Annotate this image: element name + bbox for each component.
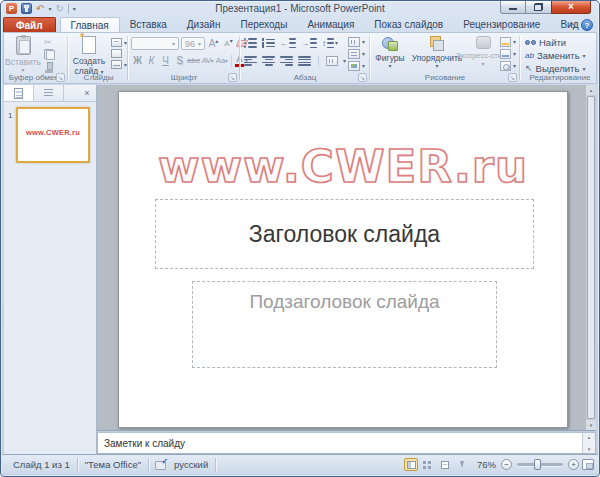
align-text-icon[interactable] (348, 49, 360, 59)
font-dialog-launcher-icon[interactable]: ↘ (228, 73, 237, 82)
bullets-icon[interactable] (244, 38, 257, 48)
language-indicator[interactable]: русский (167, 459, 215, 470)
zoom-slider[interactable] (517, 463, 563, 466)
shape-outline-icon[interactable] (500, 49, 511, 59)
tab-review[interactable]: Рецензирование (453, 17, 550, 32)
slide-indicator[interactable]: Слайд 1 из 1 (6, 459, 77, 470)
italic-button[interactable]: К (145, 54, 158, 67)
format-painter-icon[interactable] (44, 62, 54, 73)
title-bar: P ↶ ▾ ↻ ▾ Презентация1 - Microsoft Power… (1, 1, 599, 16)
shrink-font-button[interactable]: А▾ (222, 37, 235, 50)
tab-slideshow[interactable]: Показ слайдов (364, 17, 453, 32)
increase-indent-icon[interactable]: → (301, 38, 317, 48)
drawing-dialog-launcher-icon[interactable]: ↘ (508, 73, 517, 82)
zoom-out-button[interactable]: − (501, 459, 512, 470)
decrease-indent-icon[interactable]: ← (280, 38, 296, 48)
section-icon[interactable] (111, 60, 122, 69)
clipboard-dialog-launcher-icon[interactable]: ↘ (56, 73, 65, 82)
tab-file[interactable]: Файл (3, 17, 56, 32)
text-direction-icon[interactable] (348, 37, 360, 47)
align-right-icon[interactable] (280, 56, 293, 66)
fit-to-window-icon[interactable] (582, 459, 594, 470)
strikethrough-button[interactable]: abc (187, 54, 200, 67)
tab-slides-thumbnails[interactable] (4, 85, 34, 101)
font-size-combo[interactable]: 96▾ (181, 37, 205, 50)
line-spacing-icon[interactable]: ↕▾ (322, 38, 338, 48)
slide-thumbnail[interactable]: www.CWER.ru (16, 107, 90, 163)
slide-number: 1 (8, 111, 12, 120)
select-icon: ↖ (525, 64, 533, 73)
bold-button[interactable]: Ж (131, 54, 144, 67)
minimize-button[interactable] (500, 1, 526, 14)
quick-styles-button[interactable]: Экспресс-стили ▾ (463, 36, 503, 67)
tab-insert[interactable]: Вставка (120, 17, 177, 32)
change-case-button[interactable]: Aa▾ (215, 54, 228, 67)
convert-smartart-icon[interactable] (348, 61, 360, 71)
justify-icon[interactable] (298, 56, 311, 66)
powerpoint-window: P ↶ ▾ ↻ ▾ Презентация1 - Microsoft Power… (0, 0, 600, 477)
replace-button[interactable]: ab Заменить ▾ (525, 49, 586, 62)
font-name-dropdown-icon: ▾ (172, 41, 175, 47)
tab-home[interactable]: Главная (60, 17, 120, 32)
slides-small-buttons: ▾ ▾ (111, 38, 127, 69)
shape-fill-icon[interactable] (500, 37, 511, 47)
align-left-icon[interactable] (244, 56, 257, 66)
scroll-down-icon[interactable]: ▾ (586, 420, 596, 430)
tab-animations[interactable]: Анимация (297, 17, 364, 32)
slide-canvas[interactable]: www.CWER.ru Заголовок слайда Подзаголово… (118, 91, 568, 428)
notes-scrollbar[interactable]: ▴ ▾ (582, 433, 595, 453)
subtitle-placeholder[interactable]: Подзаголовок слайда (192, 281, 497, 368)
title-placeholder[interactable]: Заголовок слайда (155, 199, 534, 269)
collapse-ribbon-icon[interactable] (569, 23, 576, 30)
cut-icon[interactable]: ✂ (44, 38, 52, 47)
notes-pane[interactable]: Заметки к слайду ▴ ▾ (97, 433, 596, 454)
tab-design[interactable]: Дизайн (177, 17, 231, 32)
panel-tabs: × (4, 85, 96, 102)
zoom-in-button[interactable]: + (568, 459, 579, 470)
align-center-icon[interactable] (262, 56, 275, 66)
view-normal-button[interactable] (404, 458, 418, 471)
close-button[interactable]: × (551, 1, 591, 14)
zoom-level[interactable]: 76% (472, 459, 496, 470)
ribbon-tab-bar: Файл Главная Вставка Дизайн Переходы Ани… (3, 16, 597, 32)
notes-placeholder: Заметки к слайду (104, 438, 185, 449)
tab-transitions[interactable]: Переходы (230, 17, 297, 32)
tab-outline[interactable] (34, 85, 64, 101)
new-slide-button[interactable]: * Создать слайд ▾ (71, 36, 107, 76)
notes-scroll-up-icon[interactable]: ▴ (588, 434, 591, 440)
scrollbar-thumb[interactable] (587, 96, 595, 419)
underline-button[interactable]: Ч (159, 54, 172, 67)
shape-effects-icon[interactable] (500, 61, 511, 71)
shapes-button[interactable]: Фигуры ▾ (372, 36, 408, 69)
paragraph-dialog-launcher-icon[interactable]: ↘ (358, 73, 367, 82)
text-shadow-button[interactable]: S (173, 54, 186, 67)
vertical-scrollbar[interactable]: ▴ ▾ (586, 85, 596, 430)
columns-icon[interactable] (326, 56, 338, 66)
panel-close-icon[interactable]: × (78, 85, 96, 101)
minimize-icon (509, 8, 517, 10)
theme-indicator[interactable]: "Тема Office" (78, 459, 148, 470)
spellcheck-icon[interactable]: ✓ (155, 459, 167, 470)
restore-button[interactable] (526, 1, 551, 14)
notes-scroll-down-icon[interactable]: ▾ (588, 446, 591, 452)
help-icon[interactable]: ? (581, 19, 593, 31)
reset-icon[interactable] (111, 49, 122, 58)
view-reading-button[interactable] (438, 458, 452, 471)
paste-button[interactable]: Вставить ▾ (7, 36, 39, 73)
character-spacing-button[interactable]: AV▾ (201, 54, 214, 67)
view-sorter-button[interactable] (421, 458, 435, 471)
scroll-up-icon[interactable]: ▴ (586, 85, 596, 95)
copy-icon[interactable] (44, 49, 55, 60)
layout-icon[interactable] (111, 38, 122, 47)
find-button[interactable]: Найти (525, 36, 586, 49)
status-bar: Слайд 1 из 1 "Тема Office" ✓ русский 76%… (2, 454, 598, 474)
window-controls: × (500, 1, 591, 14)
paragraph-right-buttons: ▾ ▾ ▾ (348, 37, 365, 71)
group-drawing: Фигуры ▾ Упорядочить ▾ Экспресс-стили ▾ … (370, 33, 520, 83)
columns-dropdown-icon[interactable]: ▾ (343, 58, 346, 64)
numbering-icon[interactable] (262, 38, 275, 48)
grow-font-button[interactable]: А▴ (207, 37, 220, 50)
view-slideshow-button[interactable] (455, 458, 469, 471)
zoom-slider-thumb[interactable] (534, 459, 541, 470)
font-name-combo[interactable]: ▾ (131, 37, 179, 50)
